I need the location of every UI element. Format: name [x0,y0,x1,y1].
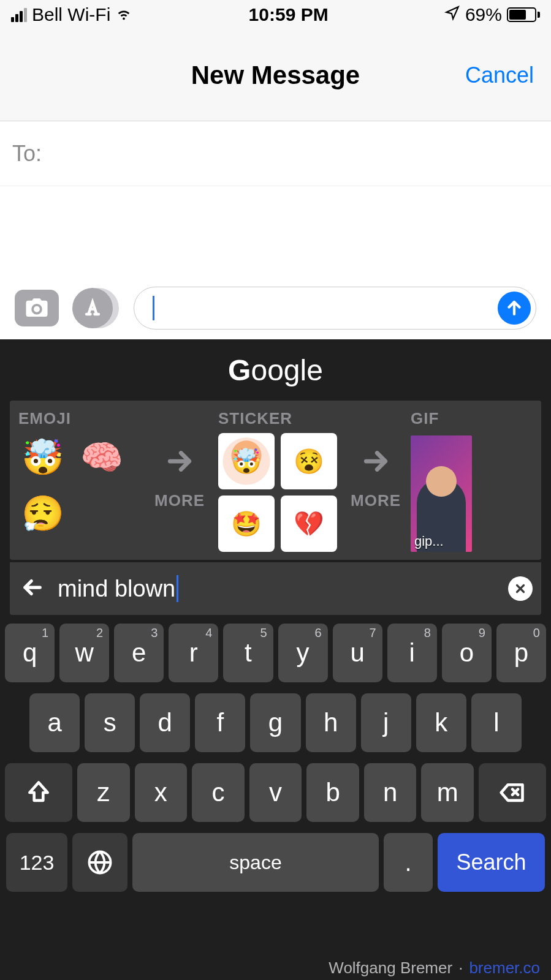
sticker-result[interactable]: 🤯 [218,433,275,489]
clear-button[interactable] [508,576,533,601]
sticker-header: STICKER [218,409,337,428]
back-button[interactable] [20,575,45,603]
gif-caption: gip... [414,533,444,549]
key-w[interactable]: w2 [59,624,109,682]
suggestion-strip: EMOJI 🤯 🧠 😮‍💨 MORE STICKER 🤯 😵 🤩 💔 MORE [10,401,541,560]
key-b[interactable]: b [306,763,359,822]
key-y[interactable]: y6 [278,624,328,682]
watermark: Wolfgang Bremer·bremer.co [329,959,540,978]
sticker-result[interactable]: 😵 [281,433,337,489]
cellular-signal-icon [11,8,27,22]
emoji-result[interactable]: 🧠 [77,433,126,482]
gboard-search-row: mind blown [10,562,541,615]
status-time: 10:59 PM [249,4,329,25]
sticker-section: STICKER 🤯 😵 🤩 💔 [210,401,346,560]
location-icon [444,4,460,25]
more-label: MORE [154,491,205,510]
sticker-result[interactable]: 💔 [281,496,337,552]
key-u[interactable]: u7 [333,624,382,682]
gif-header: GIF [411,409,472,428]
key-h[interactable]: h [306,693,356,752]
battery-percent: 69% [465,4,502,25]
status-right: 69% [444,4,540,25]
key-l[interactable]: l [471,693,522,752]
symbols-key[interactable]: 123 [6,833,67,892]
emoji-result[interactable]: 🤯 [18,433,67,482]
to-label: To: [12,141,42,167]
gif-result[interactable]: gip... [411,435,472,552]
key-x[interactable]: x [135,763,188,822]
cancel-button[interactable]: Cancel [465,62,534,88]
key-n[interactable]: n [364,763,417,822]
arrow-right-icon [163,445,196,480]
keyboard-keys: q1w2e3r4t5y6u7i8o9p0 asdfghjkl zxcvbnm 1… [0,615,551,895]
wifi-icon [115,4,132,26]
key-v[interactable]: v [249,763,302,822]
message-body [0,186,551,284]
key-m[interactable]: m [421,763,474,822]
key-k[interactable]: k [416,693,466,752]
key-f[interactable]: f [195,693,245,752]
more-emoji-button[interactable]: MORE [150,401,210,560]
emoji-header: EMOJI [18,409,141,428]
key-o[interactable]: o9 [442,624,492,682]
sticker-result[interactable]: 🤩 [218,496,275,552]
carrier-label: Bell Wi-Fi [32,4,110,25]
emoji-section: EMOJI 🤯 🧠 😮‍💨 [10,401,150,560]
key-g[interactable]: g [250,693,300,752]
key-c[interactable]: c [192,763,245,822]
key-r[interactable]: r4 [169,624,218,682]
page-title: New Message [191,61,360,90]
globe-key[interactable] [72,833,127,892]
camera-button[interactable] [15,290,59,326]
key-j[interactable]: j [361,693,411,752]
apps-button[interactable] [72,288,120,328]
key-e[interactable]: e3 [114,624,164,682]
gif-section: GIF gip... [406,401,472,560]
emoji-result[interactable]: 😮‍💨 [18,489,67,538]
key-p[interactable]: p0 [496,624,546,682]
gboard-search-input[interactable]: mind blown [58,575,496,602]
nav-header: New Message Cancel [0,29,551,121]
search-key[interactable]: Search [438,833,545,892]
arrow-right-icon [359,445,392,480]
key-t[interactable]: t5 [223,624,273,682]
key-s[interactable]: s [85,693,135,752]
message-input[interactable] [134,287,536,330]
to-field[interactable]: To: [0,121,551,186]
input-bar [0,284,551,339]
shift-key[interactable] [5,763,72,822]
key-i[interactable]: i8 [387,624,437,682]
status-left: Bell Wi-Fi [11,4,132,26]
backspace-key[interactable] [479,763,546,822]
battery-icon [507,7,540,22]
keyboard-panel: Google EMOJI 🤯 🧠 😮‍💨 MORE STICKER 🤯 😵 🤩 … [0,339,551,980]
status-bar: Bell Wi-Fi 10:59 PM 69% [0,0,551,29]
key-z[interactable]: z [77,763,130,822]
key-q[interactable]: q1 [5,624,55,682]
space-key[interactable]: space [132,833,379,892]
more-label: MORE [351,491,401,510]
period-key[interactable]: . [384,833,433,892]
google-logo: Google [0,339,551,401]
key-d[interactable]: d [140,693,190,752]
text-cursor [153,296,154,320]
key-a[interactable]: a [29,693,80,752]
more-sticker-button[interactable]: MORE [346,401,406,560]
send-button[interactable] [498,292,531,325]
